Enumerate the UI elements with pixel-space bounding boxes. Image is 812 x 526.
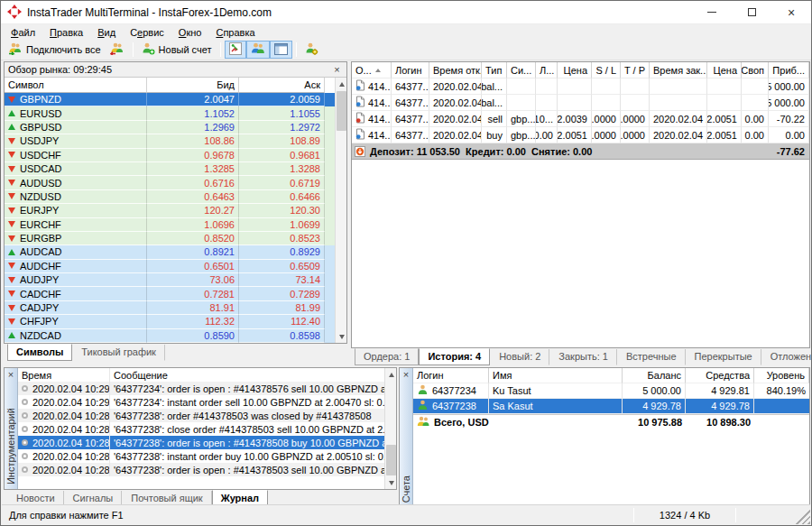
account-settings-button[interactable] [300,41,323,59]
column-header-bid[interactable]: Бид [147,78,239,93]
journal-row[interactable]: 2020.02.04 10:29:... '64377234': instant… [18,395,396,409]
new-account-button[interactable]: Новый счет [137,41,217,59]
symbol-row[interactable]: AUDUSD 0.6716 0.6719 [5,176,346,189]
tab[interactable]: Тиковый график [72,345,165,361]
menu-item[interactable]: Правка [42,26,90,39]
symbol-row[interactable]: AUDCHF 0.6501 0.6509 [5,260,346,273]
symbol-row[interactable]: USDCHF 0.9678 0.9681 [5,149,346,162]
symbol-row[interactable]: CADJPY 81.91 81.99 [5,301,346,315]
menu-item[interactable]: Файл [4,26,42,39]
column-header-symbol[interactable]: Си... [507,62,536,78]
column-header-tp[interactable]: T / P [621,62,650,78]
message-cell: '64377238': order is open : #414378503 s… [110,463,396,476]
tab[interactable]: Новый: 2 [490,349,549,365]
toolbox-close-button[interactable]: × [5,369,17,381]
menu-item[interactable]: Окно [171,26,209,39]
column-header-price[interactable]: Цена [558,62,592,78]
journal-row[interactable]: 2020.02.04 10:28:... '64377238': close o… [18,422,396,436]
order-row[interactable]: 414... 64377... 2020.02.04 ... bal... [352,95,809,111]
scroll-up-arrow[interactable] [336,78,347,90]
deposit-summary-row[interactable]: Депозит: 11 053.50 Кредит: 0.00 Снятие: … [352,143,809,160]
scroll-down-arrow[interactable] [336,330,347,343]
column-header-login[interactable]: Логин [392,62,429,78]
account-row[interactable]: 64377238 Sa Kasut 4 929.78 4 929.78 [413,399,809,414]
accounts-close-button[interactable]: × [401,369,412,381]
column-header-profit[interactable]: Приб... [769,62,809,78]
tab[interactable]: Закрыть: 1 [549,349,617,365]
symbol-row[interactable]: EURUSD 1.1052 1.1055 [5,106,346,120]
menu-item[interactable]: Справка [208,26,262,39]
connect-all-button[interactable]: Подключить все [4,41,106,59]
symbols-view-button[interactable] [225,41,246,59]
disconnect-all-button[interactable] [106,41,129,59]
name-cell: Ku Tasut [489,383,623,399]
symbol-row[interactable]: CADCHF 0.7281 0.7289 [5,287,346,300]
minimize-button[interactable] [692,1,732,24]
symbol-row[interactable]: USDCAD 1.3285 1.3288 [5,162,346,176]
menu-item[interactable]: Сервис [123,26,171,39]
symbol-row[interactable]: AUDCAD 0.8921 0.8929 [5,245,346,259]
column-header-level[interactable]: Уровень [754,368,809,383]
order-row[interactable]: 414... 64377... 2020.02.04 ... buy gbp..… [352,127,809,143]
symbol-row[interactable]: EURJPY 120.27 120.30 [5,204,346,217]
column-header-message[interactable]: Сообщение [110,368,396,382]
tab[interactable]: Символы [7,344,72,361]
column-header-close-time[interactable]: Время зак... [650,62,707,78]
symbol-row[interactable]: NZDCAD 0.8590 0.8598 [5,329,346,343]
column-header-balance[interactable]: Баланс [623,368,686,383]
column-header-sl[interactable]: S / L [592,62,621,78]
accounts-view-button[interactable] [246,41,270,59]
column-header-order[interactable]: О... [352,62,392,78]
symbol-row[interactable]: EURCHF 1.0696 1.0699 [5,218,346,232]
column-header-equity[interactable]: Средства [686,368,754,383]
app-window: InstaTrader MultiTerminal - InstaForex-1… [0,0,812,526]
symbol-row[interactable]: EURGBP 0.8520 0.8523 [5,232,346,245]
market-watch-close-button[interactable]: × [331,64,343,76]
tab[interactable]: Отложенный: 1 [761,349,812,365]
order-row[interactable]: 414... 64377... 2020.02.04 ... sell gbp.… [352,111,809,127]
symbol-row[interactable]: GBPUSD 1.2969 1.2972 [5,121,346,134]
symbol-row[interactable]: CHFJPY 112.32 112.40 [5,315,346,328]
scroll-thumb[interactable] [386,445,396,475]
layout-view-button[interactable] [270,41,292,59]
column-header-login[interactable]: Логин [413,368,489,383]
symbol-row[interactable]: NZDUSD 0.6463 0.6466 [5,190,346,204]
journal-row[interactable]: 2020.02.04 10:28:... '64377238': order i… [18,463,396,476]
journal-row[interactable]: 2020.02.04 10:28:... '64377238': order i… [18,436,396,449]
column-header-swap[interactable]: Своп [742,62,769,78]
trend-icon [8,235,15,242]
tab[interactable]: Перекрытые [686,349,761,365]
price-cell [558,78,592,95]
column-header-time[interactable]: Время [18,368,110,382]
journal-row[interactable]: 2020.02.04 10:28:... '64377238': instant… [18,449,396,463]
symbol-row[interactable]: USDJPY 108.86 108.89 [5,134,346,148]
scroll-down-arrow[interactable] [385,476,397,489]
column-header-close-price[interactable]: Цена [707,62,742,78]
market-watch-scrollbar[interactable] [335,78,346,343]
tab[interactable]: Ордера: 1 [355,348,419,365]
journal-scrollbar[interactable] [384,368,396,489]
tab[interactable]: История: 4 [419,348,490,365]
scroll-up-arrow[interactable] [385,368,397,381]
account-row[interactable]: 64377234 Ku Tasut 5 000.00 4 929.81 840.… [413,383,809,399]
maximize-button[interactable] [732,1,771,24]
symbol-row[interactable]: AUDJPY 73.06 73.14 [5,273,346,287]
trend-icon [8,180,15,186]
symbol-cell: AUDUSD [5,176,147,189]
column-header-name[interactable]: Имя [489,368,623,383]
order-row[interactable]: 414... 64377... 2020.02.04 ... bal... [352,78,809,95]
journal-row[interactable]: 2020.02.04 10:29:... '64377234': order i… [18,382,396,395]
tab[interactable]: Встречные [617,349,686,365]
journal-row[interactable]: 2020.02.04 10:28:... '64377238': order #… [18,409,396,422]
symbol-row[interactable]: GBPNZD 2.0047 2.0059 [5,93,346,106]
resize-grip[interactable] [796,510,810,524]
column-header-open-time[interactable]: Время отк... [429,62,482,78]
menu-item[interactable]: Вид [90,26,123,39]
scroll-thumb[interactable] [337,91,346,131]
column-header-type[interactable]: Тип [482,62,507,78]
column-header-lots[interactable]: Л... [536,62,558,78]
close-button[interactable]: × [771,1,811,24]
column-header-ask[interactable]: Аск [239,78,325,93]
symbol-cell: EURJPY [5,204,147,217]
column-header-symbol[interactable]: Символ [5,78,147,93]
